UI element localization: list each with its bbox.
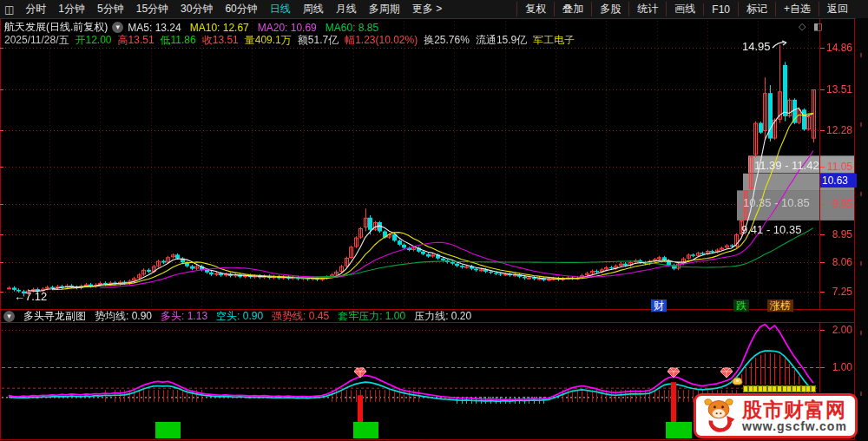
toolbar-button-画线[interactable]: 画线 <box>666 2 703 16</box>
tab-分时[interactable]: 分时 <box>19 3 52 15</box>
chevron-down-icon[interactable]: ▾ <box>112 22 123 33</box>
low-price-annotation: ←7.12 <box>14 290 47 303</box>
tab-周线[interactable]: 周线 <box>297 3 330 15</box>
ma-label-1: MA10: 12.67 <box>190 22 249 34</box>
indicator-axis-label-2.00: 2.00 <box>823 324 852 336</box>
indicator-param-0: 势均线: 0.90 <box>95 309 152 324</box>
gem-signal-icon <box>720 366 733 378</box>
gem-signal-icon <box>667 366 680 378</box>
diamond-icon[interactable]: ◇ <box>799 21 806 32</box>
chart-badge-涨榜[interactable]: 涨榜 <box>767 299 793 312</box>
ohlc-item-6: 额51.7亿 <box>298 33 339 48</box>
indicator-param-2: 空头: 0.90 <box>216 309 263 324</box>
price-axis-label-13.51: 13.51 <box>823 83 852 95</box>
price-axis-label-12.28: 12.28 <box>823 124 852 136</box>
tab-更多 >[interactable]: 更多 > <box>406 3 448 15</box>
price-axis-label-7.25: 7.25 <box>823 286 852 298</box>
price-axis-label-14.86: 14.86 <box>823 42 852 54</box>
indicator-axis-label-1.00: 1.00 <box>823 361 852 373</box>
watermark-site-name: 股市财富网 <box>742 399 847 420</box>
high-arrow-icon <box>772 38 789 49</box>
toolbar-button-统计[interactable]: 统计 <box>628 2 666 16</box>
zone-label-0: 11.39 - 11.42 <box>754 159 819 172</box>
toolbar-button-+自选[interactable]: +自选 <box>775 2 819 16</box>
price-axis-label-11.05: 11.05 <box>823 161 852 173</box>
ohlc-item-2: 高13.51 <box>118 33 155 48</box>
tab-30分钟[interactable]: 30分钟 <box>174 3 219 15</box>
collapse-icon[interactable]: ▾ <box>3 311 15 322</box>
tab-5分钟[interactable]: 5分钟 <box>91 3 130 15</box>
indicator-param-4: 套牢压力: 1.00 <box>338 309 405 324</box>
tab-60分钟[interactable]: 60分钟 <box>219 3 263 15</box>
app-window: ◫ 分时1分钟5分钟15分钟30分钟60分钟日线周线月线多周期更多 > 复权叠加… <box>0 0 868 441</box>
tab-1分钟[interactable]: 1分钟 <box>52 3 91 15</box>
ohlc-item-8: 换25.76% <box>424 33 470 48</box>
watermark: 股市财富网 www.gscfw.com <box>694 393 858 438</box>
zone-label-1: 10.35 - 10.85 <box>743 196 810 209</box>
ohlc-item-1: 开12.00 <box>76 33 112 48</box>
ohlc-row: 2025/11/28/五开12.00高13.51低11.86收13.51量409… <box>4 33 575 48</box>
toolbar-button-返回[interactable]: 返回 <box>819 2 856 16</box>
ohlc-item-5: 量409.1万 <box>245 33 292 48</box>
gem-signal-icon <box>354 366 366 378</box>
indicator-name: 多头寻龙副图 <box>23 309 86 324</box>
tab-月线[interactable]: 月线 <box>330 3 363 15</box>
zone-label-2: 9.41 - 10.35 <box>741 223 801 236</box>
indicator-params: 势均线: 0.90多头: 1.13空头: 0.90强势线: 0.45套牢压力: … <box>95 309 471 324</box>
ohlc-item-7: 幅1.23(10.02%) <box>345 33 418 48</box>
indicator-param-3: 强势线: 0.45 <box>272 309 329 324</box>
high-price-annotation: 14.95 <box>742 40 771 53</box>
ma-label-3: MA60: 8.85 <box>326 22 378 34</box>
ohlc-item-3: 低11.86 <box>161 33 196 48</box>
current-price-tag: 10.63 <box>820 174 857 188</box>
price-axis-label-8.06: 8.06 <box>823 256 852 268</box>
ohlc-item-0: 2025/11/28/五 <box>4 33 69 48</box>
indicator-param-5: 压力线: 0.20 <box>414 309 471 324</box>
watermark-site-url: www.gscfw.com <box>742 420 847 433</box>
toolbar-button-F10[interactable]: F10 <box>703 3 738 16</box>
ohlc-item-10: 军工电子 <box>533 33 575 48</box>
window-layout-icon[interactable]: ◫ <box>0 3 19 16</box>
indicator-param-1: 多头: 1.13 <box>161 309 207 324</box>
ohlc-item-9: 流通15.9亿 <box>476 33 527 48</box>
gold-signal-icon <box>732 373 744 385</box>
split-pane-icon[interactable]: ◧ <box>813 21 822 32</box>
tab-15分钟[interactable]: 15分钟 <box>130 3 174 15</box>
ma-label-0: MA5: 13.24 <box>128 22 181 34</box>
bull-logo-icon <box>700 397 738 435</box>
toolbar-button-复权[interactable]: 复权 <box>516 2 554 16</box>
tab-日线[interactable]: 日线 <box>264 3 297 15</box>
ma-label-2: MA20: 10.69 <box>258 22 317 34</box>
price-axis-label-9.95: 9.95 <box>823 198 852 210</box>
ma-values: MA5: 13.24MA10: 12.67MA20: 10.69MA60: 8.… <box>128 22 378 34</box>
right-edge-strip[interactable] <box>856 18 868 441</box>
toolbar-buttons: 复权叠加多股统计画线F10标记+自选返回 <box>516 0 856 18</box>
ohlc-item-4: 收13.51 <box>202 33 239 48</box>
toolbar-button-标记[interactable]: 标记 <box>738 2 775 16</box>
tab-多周期[interactable]: 多周期 <box>363 3 406 15</box>
chart-badge-财[interactable]: 财 <box>651 299 667 312</box>
price-axis-label-8.95: 8.95 <box>823 228 852 240</box>
period-tabbar: ◫ 分时1分钟5分钟15分钟30分钟60分钟日线周线月线多周期更多 > 复权叠加… <box>0 0 868 18</box>
chart-badge-跌[interactable]: 跌 <box>733 299 749 312</box>
toolbar-button-多股[interactable]: 多股 <box>591 2 628 16</box>
period-tabs: 分时1分钟5分钟15分钟30分钟60分钟日线周线月线多周期更多 > <box>19 2 448 16</box>
indicator-header: ▾ 多头寻龙副图 势均线: 0.90多头: 1.13空头: 0.90强势线: 0… <box>3 310 471 322</box>
toolbar-button-叠加[interactable]: 叠加 <box>554 2 591 16</box>
